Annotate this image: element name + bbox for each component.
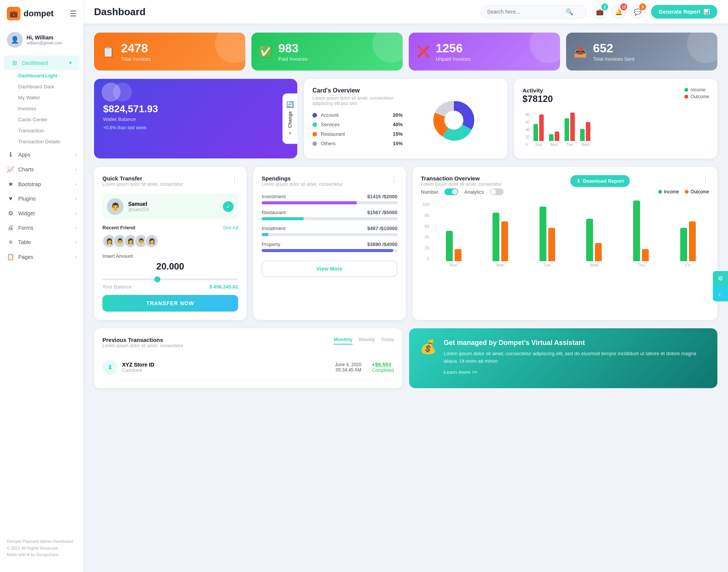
income-legend: Income: [684, 87, 709, 92]
subnav-item-cards-center[interactable]: Cards Center: [11, 114, 83, 125]
balance-row: Your Balance $ 456,345.62: [102, 284, 238, 290]
va-content: Get managed by Dompet's Virtual Assistan…: [444, 339, 707, 375]
sidebar-item-charts[interactable]: 📈 Charts ›: [0, 162, 83, 177]
sidebar-item-plugins[interactable]: ♥ Plugins ›: [0, 191, 83, 206]
sidebar-item-widget[interactable]: ⚙ Widget ›: [0, 206, 83, 221]
txn-mon-label: Mon: [496, 263, 504, 267]
more-options-icon[interactable]: ⋮: [231, 175, 238, 183]
txn-day-thu: Thu: [620, 201, 662, 267]
services-pct: 40%: [393, 122, 403, 127]
sidebar-item-table[interactable]: ≡ Table ›: [0, 235, 83, 249]
pages-icon: 📋: [7, 253, 14, 260]
notifications-btn[interactable]: 🔔 12: [612, 5, 626, 19]
txn-more-icon[interactable]: ⋮: [702, 175, 709, 183]
spendings-sub: Lorem ipsum dolor sit amet, consectetur: [262, 182, 342, 187]
notifications-badge: 12: [620, 3, 627, 10]
va-icon: 💰: [420, 339, 437, 355]
txn-income-label: Income: [664, 189, 679, 194]
subnav-item-dashboard-dark[interactable]: Dashboard Dark: [11, 81, 83, 92]
income-bar-tue: [565, 118, 569, 141]
installment-amounts: $487 /$10000: [367, 226, 397, 231]
insert-amount-label: Insert Amount: [102, 253, 238, 259]
bar-pair-mon: [549, 132, 559, 141]
user-section: 👤 Hi, William william@gmail.com: [0, 27, 83, 52]
apps-icon: ℹ: [7, 151, 14, 158]
hamburger-icon[interactable]: ☰: [70, 9, 77, 18]
investment-label: Investment: [262, 194, 286, 199]
txn-store: XYZ Store ID: [122, 362, 154, 368]
activity-title: Activity: [522, 87, 553, 94]
total-invoices-info: 2478 Total Invoices: [121, 41, 151, 62]
sidebar-item-dashboard[interactable]: ⊞ Dashboard ▼: [4, 55, 80, 70]
sidebar-item-apps[interactable]: ℹ Apps ›: [0, 147, 83, 162]
quick-transfer-header: Quick Transfer Lorem ipsum dolor sit ame…: [102, 175, 238, 192]
subnav-item-my-wallet[interactable]: My Wallet: [11, 92, 83, 103]
bar-group-tue: Tue: [565, 113, 575, 147]
account-dot: [312, 113, 317, 118]
sidebar-item-bootstrap[interactable]: ★ Bootstrap ›: [0, 177, 83, 191]
side-widgets: ⚙ 💧: [713, 271, 728, 301]
settings-widget[interactable]: ⚙: [713, 271, 728, 286]
tab-weekly[interactable]: Weekly: [359, 337, 375, 345]
activity-title-section: Activity $78120: [522, 87, 553, 110]
services-label: Services: [321, 122, 389, 127]
quick-transfer-sub: Lorem ipsum dolor sit amet, consectetur: [102, 182, 183, 187]
download-report-button[interactable]: ⬇ Download Report: [570, 175, 630, 187]
wallet-btn[interactable]: 💼 2: [593, 5, 607, 19]
restaurant-bar-bg: [262, 217, 397, 220]
restaurant-dot: [312, 132, 317, 136]
prev-transactions-panel: Previous Transactions Lorem ipsum dolor …: [94, 328, 402, 388]
transfer-now-button[interactable]: TRANSFER NOW: [102, 295, 238, 312]
overview-row-account: Account 20%: [312, 112, 403, 118]
outcome-label: Outcome: [690, 94, 709, 99]
txn-date: June 4, 2020: [335, 362, 361, 367]
txn-legend: Income Outcome: [658, 189, 709, 194]
view-more-button[interactable]: View More: [262, 260, 397, 277]
theme-widget[interactable]: 💧: [713, 286, 728, 301]
total-sent-label: Total Invoices Sent: [593, 56, 634, 62]
analytics-toggle[interactable]: [490, 188, 504, 195]
sidebar: 💼 dompet ☰ 👤 Hi, William william@gmail.c…: [0, 0, 83, 572]
wallet-circles: [102, 83, 132, 102]
generate-report-button[interactable]: Generate Report 📊: [651, 5, 717, 19]
number-toggle[interactable]: [444, 188, 458, 195]
see-all-link[interactable]: See All: [223, 225, 238, 230]
wallet-amount: $824,571.93: [103, 103, 288, 115]
sidebar-item-label-charts: Charts: [18, 166, 34, 172]
installment-bar-bg: [262, 233, 397, 236]
spendings-panel: Spendings Lorem ipsum dolor sit amet, co…: [253, 167, 406, 320]
recent-friends-row: Recent Friend See All: [102, 225, 238, 230]
generate-report-label: Generate Report: [659, 9, 700, 15]
txn-thu-label: Thu: [637, 263, 645, 267]
spendings-more-icon[interactable]: ⋮: [391, 175, 397, 183]
messages-btn[interactable]: 💬 5: [631, 5, 645, 19]
txn-type: Cashback: [122, 368, 154, 373]
subnav-item-dashboard-light[interactable]: Dashboard Light: [11, 70, 83, 81]
sidebar-footer: Dompet Payment Admin Dashboard © 2021 Al…: [0, 531, 83, 565]
spendings-header: Spendings Lorem ipsum dolor sit amet, co…: [262, 175, 397, 192]
subnav-item-invoices[interactable]: Invoices: [11, 103, 83, 114]
amount-slider[interactable]: [102, 279, 238, 280]
chevron-right-icon-2: ›: [75, 167, 77, 172]
search-icon: 🔍: [566, 8, 573, 16]
va-learn-more-link[interactable]: Learn more >>: [444, 369, 707, 375]
txn-outcome-tue: [548, 228, 555, 261]
tab-today[interactable]: Today: [381, 337, 394, 345]
txn-time: 05:34:45 AM: [335, 367, 361, 373]
restaurant-bar: [262, 217, 304, 220]
toggle-number-label: Number: [421, 189, 438, 195]
txn-bars: Sun Mon: [432, 201, 709, 267]
sidebar-item-pages[interactable]: 📋 Pages ›: [0, 249, 83, 264]
change-btn[interactable]: 🔄 Change ▼: [282, 93, 297, 144]
wed-label: Wed: [581, 143, 589, 147]
bar-group-sun: Sun: [533, 114, 544, 147]
sidebar-item-forms[interactable]: 🖨 Forms ›: [0, 221, 83, 235]
subnav-item-transaction[interactable]: Transaction: [11, 125, 83, 136]
sidebar-item-label-widget: Widget: [18, 210, 35, 216]
overview-row-others: Others 15%: [312, 141, 403, 146]
search-input[interactable]: [487, 9, 563, 15]
subnav-item-transaction-details[interactable]: Transaction Details: [11, 136, 83, 147]
friend-avatar-5[interactable]: 👩: [145, 234, 158, 248]
tab-monthly[interactable]: Monthly: [334, 337, 353, 345]
bar-pair-sun: [533, 114, 544, 141]
